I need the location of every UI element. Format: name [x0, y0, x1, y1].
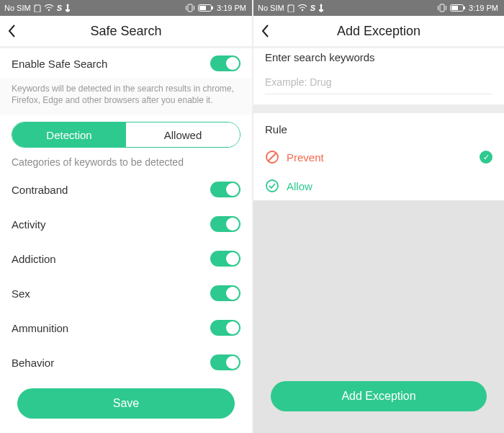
selected-check-icon: ✓: [480, 151, 492, 164]
svg-point-18: [266, 180, 278, 192]
categories-header: Categories of keywords to be detected: [0, 156, 252, 172]
s-indicator: S: [310, 4, 315, 12]
usb-icon: [318, 4, 324, 12]
tab-group: Detection Allowed: [12, 122, 240, 148]
add-exception-screen: No SIM S 3:19 PM Add Exception Enter sea…: [252, 0, 504, 433]
wifi-icon: [44, 4, 54, 12]
title-bar: Safe Search: [0, 16, 252, 46]
category-row: Activity: [12, 207, 240, 241]
category-toggle[interactable]: [210, 216, 240, 232]
sim-icon: [287, 4, 294, 12]
keywords-input[interactable]: Example: Drug: [265, 73, 492, 94]
svg-rect-6: [212, 6, 213, 9]
no-sim-label: No SIM: [4, 4, 31, 12]
svg-rect-10: [440, 4, 444, 12]
enable-row: Enable Safe Search: [0, 48, 252, 79]
category-row: Ammunition: [12, 311, 240, 345]
category-toggle[interactable]: [210, 251, 240, 267]
title-bar: Add Exception: [253, 16, 504, 46]
rule-header: Rule: [253, 113, 504, 143]
category-label: Activity: [12, 218, 46, 231]
tab-allowed[interactable]: Allowed: [126, 122, 240, 147]
vibrate-icon: [437, 4, 447, 12]
category-row: Sex: [12, 276, 240, 311]
category-label: Behavior: [12, 357, 54, 369]
rule-prevent[interactable]: Prevent ✓: [253, 143, 504, 171]
battery-icon: [450, 4, 466, 12]
category-row: Behavior: [12, 345, 240, 380]
category-row: Addiction: [12, 241, 240, 276]
status-bar: No SIM S 3:19 PM: [0, 0, 252, 16]
svg-rect-2: [188, 4, 192, 12]
svg-line-17: [269, 153, 276, 161]
category-label: Ammunition: [12, 322, 68, 334]
wifi-icon: [297, 4, 307, 12]
battery-icon: [198, 4, 214, 12]
category-label: Sex: [12, 287, 30, 300]
safe-search-screen: No SIM S 3:19 PM Safe Search Enable Safe…: [0, 0, 252, 433]
page-title: Add Exception: [337, 24, 420, 39]
category-toggle[interactable]: [210, 182, 240, 197]
clock-label: 3:19 PM: [217, 4, 246, 12]
back-button[interactable]: [7, 16, 17, 46]
status-bar: No SIM S 3:19 PM: [253, 0, 504, 16]
sim-icon: [34, 4, 41, 12]
category-label: Contraband: [12, 184, 68, 196]
s-indicator: S: [57, 4, 62, 12]
category-toggle[interactable]: [210, 320, 240, 336]
section-gap: [253, 104, 504, 113]
save-button[interactable]: Save: [17, 388, 235, 419]
svg-point-1: [48, 9, 49, 11]
category-row: Contraband: [12, 172, 240, 207]
svg-point-9: [301, 9, 302, 11]
category-label: Addiction: [12, 253, 56, 265]
tab-detection[interactable]: Detection: [12, 122, 126, 147]
no-sim-label: No SIM: [258, 4, 284, 12]
svg-rect-15: [451, 6, 458, 10]
enable-hint: Keywords will be detected in the search …: [0, 79, 252, 115]
enable-toggle[interactable]: [210, 55, 240, 71]
svg-rect-7: [199, 6, 206, 10]
prevent-label: Prevent: [287, 151, 324, 164]
categories-list: Contraband Activity Addiction Sex Ammuni…: [0, 172, 252, 380]
keywords-label: Enter search keywords: [265, 51, 492, 63]
allow-label: Allow: [287, 180, 312, 192]
vibrate-icon: [185, 4, 195, 12]
clock-label: 3:19 PM: [469, 4, 498, 12]
bottom-area: Add Exception: [253, 200, 504, 433]
prevent-icon: [265, 150, 279, 164]
enable-label: Enable Safe Search: [12, 58, 107, 70]
allow-icon: [265, 179, 279, 193]
page-title: Safe Search: [90, 24, 161, 39]
category-toggle[interactable]: [210, 285, 240, 301]
rule-allow[interactable]: Allow: [253, 171, 504, 200]
usb-icon: [65, 4, 71, 12]
add-exception-button[interactable]: Add Exception: [271, 381, 487, 411]
category-toggle[interactable]: [210, 354, 240, 370]
svg-rect-14: [464, 6, 465, 9]
back-button[interactable]: [261, 16, 271, 46]
